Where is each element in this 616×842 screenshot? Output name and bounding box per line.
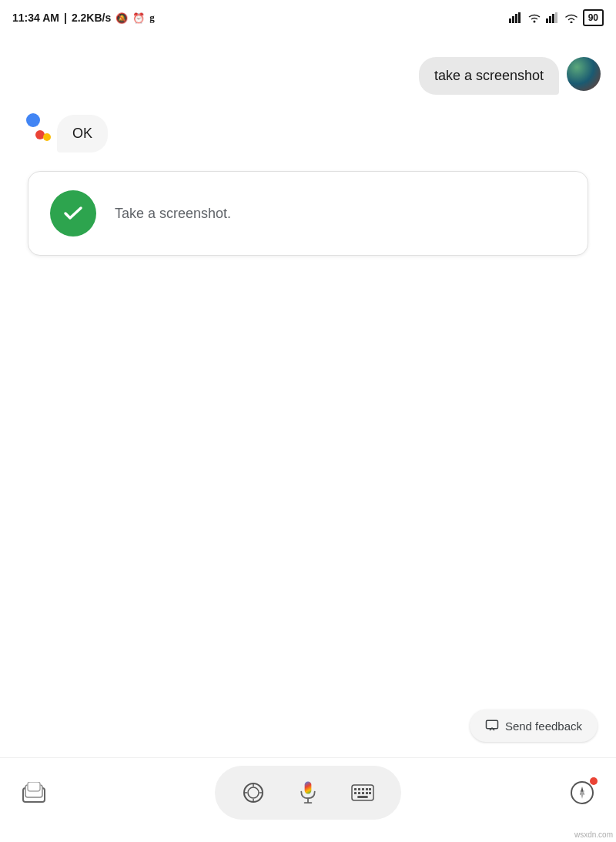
svg-rect-29: [354, 792, 357, 794]
svg-point-4: [533, 21, 535, 23]
send-feedback-button[interactable]: Send feedback: [470, 709, 598, 742]
svg-rect-24: [354, 788, 357, 790]
battery-indicator: 90: [583, 9, 604, 26]
svg-rect-25: [358, 788, 360, 790]
microphone-button[interactable]: [289, 773, 327, 812]
chat-area: take a screenshot OK Take a screenshot.: [0, 34, 616, 256]
status-bar: 11:34 AM | 2.2KB/s 🔕 ⏰ g: [0, 0, 616, 34]
svg-rect-0: [509, 18, 511, 23]
signal2-icon: [546, 12, 560, 23]
svg-point-9: [570, 22, 572, 24]
svg-rect-28: [369, 788, 371, 790]
svg-rect-33: [369, 792, 371, 794]
user-message-container: take a screenshot: [15, 49, 601, 95]
assistant-message-bubble: OK: [57, 115, 108, 153]
assistant-message-text: OK: [72, 126, 92, 141]
keyboard-button[interactable]: [349, 779, 377, 807]
svg-rect-20: [305, 781, 312, 793]
check-circle-icon: [50, 190, 96, 236]
lens-button[interactable]: [239, 779, 267, 807]
user-message-text: take a screenshot: [434, 68, 544, 83]
status-right: 90: [509, 9, 604, 26]
user-message-bubble: take a screenshot: [419, 57, 559, 95]
microphone-icon: [296, 780, 320, 805]
svg-rect-26: [362, 788, 364, 790]
lens-icon: [242, 781, 265, 804]
separator: |: [64, 12, 67, 24]
svg-rect-1: [512, 16, 514, 23]
checkmark-svg: [60, 200, 86, 226]
wifi-icon: [564, 12, 578, 23]
google-assistant-logo: [23, 110, 57, 144]
send-feedback-label: Send feedback: [505, 720, 582, 733]
goodreads-icon: g: [149, 12, 155, 24]
assistant-message-container: OK: [15, 110, 601, 153]
alarm-icon: ⏰: [132, 12, 145, 24]
svg-rect-8: [555, 12, 557, 23]
user-avatar: [567, 57, 601, 91]
time-display: 11:34 AM: [12, 12, 59, 24]
svg-rect-3: [518, 12, 521, 23]
svg-rect-30: [358, 792, 360, 794]
svg-rect-34: [357, 796, 368, 798]
svg-point-15: [248, 787, 259, 798]
action-card: Take a screenshot.: [28, 171, 588, 256]
svg-rect-7: [552, 14, 554, 23]
explore-button[interactable]: [567, 777, 598, 808]
svg-rect-13: [28, 782, 40, 791]
bottom-center-controls: [215, 766, 401, 820]
network-speed: 2.2KB/s: [72, 12, 111, 24]
svg-rect-27: [366, 788, 368, 790]
status-left: 11:34 AM | 2.2KB/s 🔕 ⏰ g: [12, 12, 155, 24]
action-card-text: Take a screenshot.: [115, 206, 231, 222]
cards-button[interactable]: [18, 777, 49, 808]
cards-icon: [22, 782, 46, 803]
svg-rect-2: [515, 14, 517, 23]
bottom-bar: [0, 757, 616, 842]
user-avatar-image: [567, 57, 601, 91]
svg-rect-6: [549, 16, 551, 23]
keyboard-icon: [351, 784, 374, 801]
notification-dot: [590, 777, 598, 785]
svg-rect-5: [546, 18, 548, 23]
signal-icon: [509, 12, 523, 23]
feedback-icon: [485, 719, 499, 733]
svg-rect-31: [362, 792, 364, 794]
ga-yellow-dot: [43, 133, 51, 141]
silent-icon: 🔕: [116, 12, 128, 24]
watermark: wsxdn.com: [574, 830, 613, 839]
wifi-alt-icon: [527, 12, 541, 23]
svg-rect-32: [366, 792, 368, 794]
ga-blue-dot: [26, 113, 40, 127]
